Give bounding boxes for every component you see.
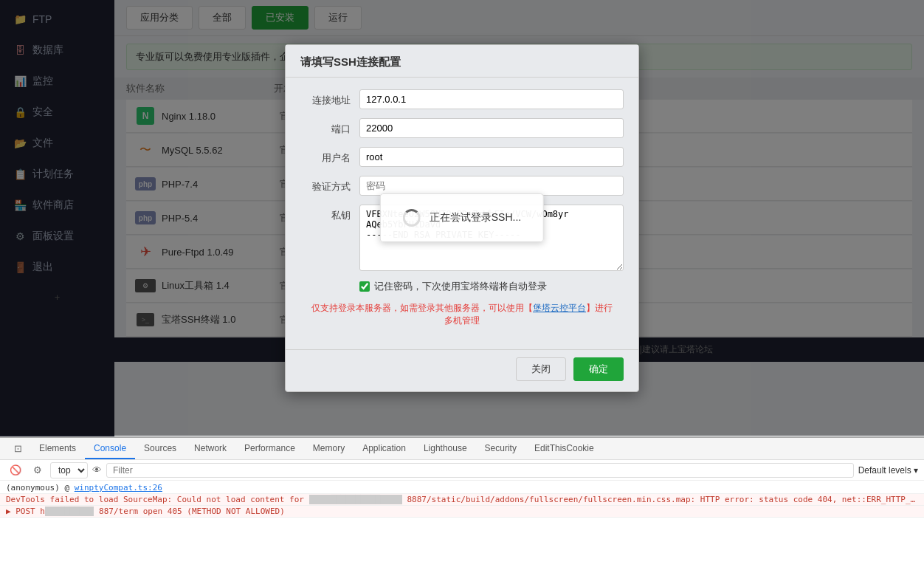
warning-link[interactable]: 堡塔云控平台 [533,303,586,313]
devtools-icons: ⊡ [6,441,30,456]
clear-console-icon[interactable]: 🚫 [6,462,25,478]
default-levels[interactable]: Default levels ▾ [858,465,918,476]
loading-text: 正在尝试登录SSH... [430,211,521,224]
user-label: 用户名 [300,147,359,165]
loading-overlay: 正在尝试登录SSH... [380,193,544,242]
ssh-config-modal: 请填写SSH连接配置 连接地址 端口 用户名 验证方式 私钥 VFBXNteeO… [285,44,639,392]
tab-security[interactable]: Security [476,439,525,459]
host-row: 连接地址 [300,89,624,109]
console-line: ▶ POST h████ 887/term open 405 (METHOD N… [0,506,924,518]
context-selector[interactable]: top [50,462,88,478]
error-text-2: 887/term open [94,507,167,516]
tab-elements[interactable]: Elements [30,439,85,459]
spinner-icon [403,209,421,227]
error-status: 405 (METHOD NOT ALLOWED) [168,507,285,516]
port-label: 端口 [300,118,359,136]
tab-editthiscookie[interactable]: EditThisCookie [525,439,603,459]
remember-password-row: 记住密码，下次使用宝塔终端将自动登录 [359,280,624,293]
tab-lighthouse[interactable]: Lighthouse [415,439,476,459]
modal-footer: 关闭 确定 [286,349,638,391]
port-input[interactable] [359,118,624,138]
anon-text: (anonymous) @ [6,483,75,493]
anon-link[interactable]: winptyCompat.ts:26 [75,483,162,493]
remember-checkbox[interactable] [359,281,370,292]
tab-performance[interactable]: Performance [235,439,304,459]
console-line: (anonymous) @ winptyCompat.ts:26 [0,482,924,494]
console-output: (anonymous) @ winptyCompat.ts:26 DevTool… [0,481,924,573]
devtools-panel: ⊡ Elements Console Sources Network Perfo… [0,436,924,573]
private-key-label: 私钥 [300,205,359,222]
modal-title: 请填写SSH连接配置 [286,45,638,78]
confirm-button[interactable]: 确定 [573,357,624,381]
filter-input[interactable] [106,463,854,478]
warning-prefix: 仅支持登录本服务器，如需登录其他服务器，可以使用【 [311,303,533,313]
tab-network[interactable]: Network [185,439,235,459]
tab-console[interactable]: Console [85,439,135,459]
tab-application[interactable]: Application [354,439,415,459]
tab-memory[interactable]: Memory [304,439,354,459]
host-label: 连接地址 [300,89,359,107]
auth-input[interactable] [359,176,624,196]
user-input[interactable] [359,147,624,167]
remember-label: 记住密码，下次使用宝塔终端将自动登录 [374,280,547,293]
auth-row: 验证方式 [300,176,624,196]
devtools-toggle-icon[interactable]: ⊡ [10,441,26,456]
user-row: 用户名 [300,147,624,167]
console-line: DevTools failed to load SourceMap: Could… [0,494,924,506]
tab-sources[interactable]: Sources [135,439,185,459]
port-row: 端口 [300,118,624,138]
host-input[interactable] [359,89,624,109]
auth-label: 验证方式 [300,176,359,193]
settings-icon[interactable]: ⚙ [30,462,46,478]
devtools-toolbar: 🚫 ⚙ top 👁 Default levels ▾ [0,460,924,481]
error-triangle: ▶ POST h [6,507,45,516]
eye-icon[interactable]: 👁 [92,464,102,476]
devtools-tab-bar: ⊡ Elements Console Sources Network Perfo… [0,438,924,460]
cancel-button[interactable]: 关闭 [516,357,566,381]
warning-text: 仅支持登录本服务器，如需登录其他服务器，可以使用【堡塔云控平台】进行多机管理 [300,302,624,327]
modal-overlay: 请填写SSH连接配置 连接地址 端口 用户名 验证方式 私钥 VFBXNteeO… [0,0,924,436]
error-text-1: DevTools failed to load SourceMap: Could… [6,495,924,504]
